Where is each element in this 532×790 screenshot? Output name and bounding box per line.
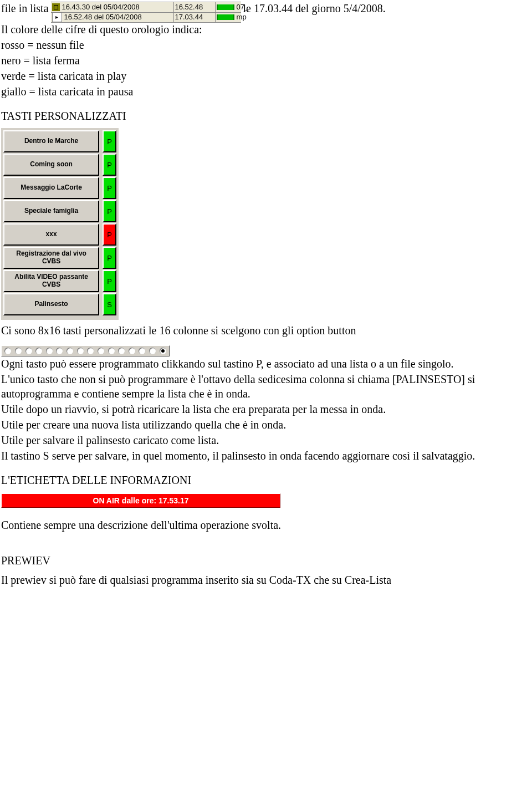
heading-prewiev: PREWIEV xyxy=(1,554,531,567)
column-radio-8[interactable] xyxy=(87,348,94,354)
custom-button-4[interactable]: xxx xyxy=(3,223,99,246)
column-radio-5[interactable] xyxy=(56,348,63,354)
tasti-p1: Ci sono 8x16 tasti personalizzati le 16 … xyxy=(1,323,531,338)
log-r0-c2: 07_ xyxy=(216,2,241,13)
column-radio-12[interactable] xyxy=(129,348,135,354)
custom-button-5[interactable]: Registrazione dal vivo CVBS xyxy=(3,247,99,269)
program-indicator-3[interactable]: P xyxy=(103,200,116,222)
column-radio-3[interactable] xyxy=(35,348,42,354)
log-r1-c1: 17.03.44 xyxy=(174,12,216,23)
panel-row: Speciale famiglia P xyxy=(3,200,116,222)
square-icon xyxy=(52,3,60,11)
custom-button-6[interactable]: Abilita VIDEO passante CVBS xyxy=(3,270,99,292)
panel-row: Dentro le Marche P xyxy=(3,130,116,152)
column-radio-0[interactable] xyxy=(4,348,11,354)
program-indicator-1[interactable]: P xyxy=(103,154,116,176)
column-radio-14[interactable] xyxy=(149,348,156,354)
log-r0-c1: 16.52.48 xyxy=(174,2,216,13)
log-table: 16.43.30 del 05/04/2008 16.52.48 07_ 16.… xyxy=(51,2,241,22)
onair-bar: ON AIR dalle ore: 17.53.17 xyxy=(1,493,280,508)
custom-button-0[interactable]: Dentro le Marche xyxy=(3,130,99,152)
column-radio-11[interactable] xyxy=(118,348,125,354)
program-indicator-6[interactable]: P xyxy=(103,270,116,292)
log-r1-c0-text: 16.52.48 del 05/04/2008 xyxy=(64,12,142,22)
program-indicator-0[interactable]: P xyxy=(103,130,116,152)
heading-etichetta: L'ETICHETTA DELLE INFORMAZIONI xyxy=(1,474,531,487)
program-indicator-2[interactable]: P xyxy=(103,177,116,199)
panel-row: Registrazione dal vivo CVBS P xyxy=(3,247,116,269)
column-radio-4[interactable] xyxy=(46,348,53,354)
column-radio-10[interactable] xyxy=(108,348,115,354)
column-radio-13[interactable] xyxy=(139,348,145,354)
column-radio-9[interactable] xyxy=(98,348,104,354)
tasti-p2f: Il tastino S serve per salvare, in quel … xyxy=(1,448,531,463)
legend-verde: verde = lista caricata in play xyxy=(1,69,531,83)
tasti-p2b: L'unico tasto che non si può programmare… xyxy=(1,372,531,401)
log-header-row: file in lista 16.43.30 del 05/04/2008 16… xyxy=(1,2,531,22)
prewiev-desc: Il prewiev si può fare di qualsiasi prog… xyxy=(1,573,531,587)
custom-button-1[interactable]: Coming soon xyxy=(3,154,99,176)
log-r1-c0: 16.52.48 del 05/04/2008 xyxy=(51,12,174,23)
log-r0-c0-text: 16.43.30 del 05/04/2008 xyxy=(62,2,140,12)
column-radio-2[interactable] xyxy=(25,348,32,354)
program-indicator-7[interactable]: S xyxy=(103,293,116,315)
program-indicator-5[interactable]: P xyxy=(103,247,116,269)
column-radio-1[interactable] xyxy=(15,348,22,354)
log-r0-c0: 16.43.30 del 05/04/2008 xyxy=(51,2,174,13)
legend-giallo: giallo = lista caricata in pausa xyxy=(1,84,531,99)
play-arrow-icon xyxy=(52,12,62,22)
intro-suffix: le 17.03.44 del giorno 5/4/2008. xyxy=(243,2,386,15)
tasti-p2e: Utile per salvare il palinsesto caricato… xyxy=(1,433,531,447)
status-bar-icon xyxy=(217,14,234,20)
program-indicator-4[interactable]: P xyxy=(103,223,116,246)
tasti-p2c: Utile dopo un riavvio, si potrà ricarica… xyxy=(1,402,531,416)
column-radio-15[interactable] xyxy=(160,348,166,354)
custom-button-7[interactable]: Palinsesto xyxy=(3,293,99,315)
panel-row: xxx P xyxy=(3,223,116,246)
panel-row: Coming soon P xyxy=(3,154,116,176)
legend-nero: nero = lista ferma xyxy=(1,53,531,68)
tasti-p2a: Ogni tasto può essere programmato clikka… xyxy=(1,356,531,371)
custom-buttons-panel: Dentro le Marche P Coming soon P Messagg… xyxy=(1,128,119,320)
status-bar-icon xyxy=(217,4,234,10)
log-r1-c2: mp xyxy=(216,12,241,23)
etichetta-desc: Contiene sempre una descrizione dell'ult… xyxy=(1,518,531,532)
custom-button-2[interactable]: Messaggio LaCorte xyxy=(3,177,99,199)
panel-row: Messaggio LaCorte P xyxy=(3,177,116,199)
column-radio-7[interactable] xyxy=(77,348,84,354)
column-radio-6[interactable] xyxy=(66,348,73,354)
tasti-p2d: Utile per creare una nuova lista utilizz… xyxy=(1,417,531,432)
column-radio-group[interactable] xyxy=(1,345,170,356)
legend-rosso: rosso = nessun file xyxy=(1,38,531,52)
heading-tasti: TASTI PERSONALIZZATI xyxy=(1,110,531,123)
panel-row: Abilita VIDEO passante CVBS P xyxy=(3,270,116,292)
intro-line2: Il colore delle cifre di questo orologio… xyxy=(1,22,531,37)
panel-row: Palinsesto S xyxy=(3,293,116,315)
intro-prefix: file in lista xyxy=(1,2,49,15)
custom-button-3[interactable]: Speciale famiglia xyxy=(3,200,99,222)
